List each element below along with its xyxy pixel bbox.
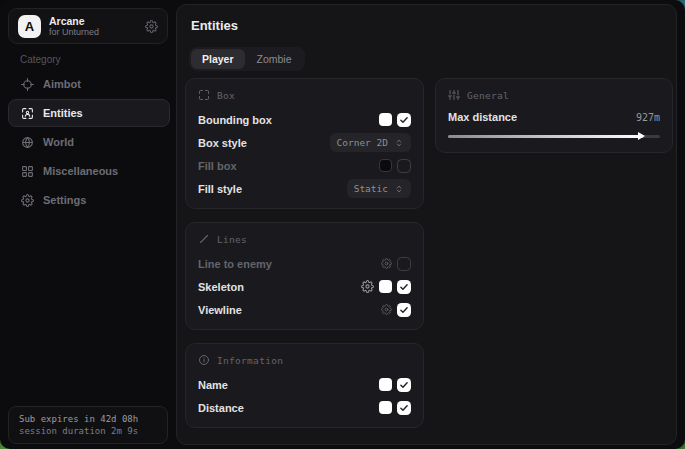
app-title: Arcane [49, 15, 99, 27]
sidebar-item-entities[interactable]: Entities [8, 99, 170, 127]
color-swatch[interactable] [379, 113, 392, 126]
row-label: Max distance [448, 111, 517, 123]
category-label: Category [20, 54, 61, 65]
row-skeleton: Skeleton [198, 275, 411, 298]
dropdown-value: Corner 2D [337, 137, 388, 148]
app-logo: A [18, 15, 41, 38]
sidebar-item-label: World [43, 136, 74, 148]
gear-icon[interactable] [381, 304, 392, 315]
row-label: Name [198, 379, 228, 391]
row-fill-style: Fill style Static [198, 177, 411, 200]
general-card: General Max distance 927m [435, 78, 673, 153]
checkbox-checked[interactable] [397, 303, 411, 317]
slider-fill [448, 135, 643, 138]
slider-thumb-arrow[interactable] [638, 132, 645, 140]
gear-icon[interactable] [381, 258, 392, 269]
sub-expiry-text: Sub expires in 42d 08h [19, 414, 157, 424]
checkbox-unchecked[interactable] [397, 159, 411, 173]
row-label: Bounding box [198, 114, 272, 126]
page-title: Entities [191, 18, 238, 33]
gear-icon[interactable] [361, 280, 374, 293]
sliders-icon [448, 89, 460, 101]
row-name: Name [198, 373, 411, 396]
checkbox-unchecked[interactable] [397, 257, 411, 271]
right-column: General Max distance 927m [435, 78, 673, 153]
desktop-background: A Arcane for Unturned Category Aimbot En… [0, 0, 685, 449]
entity-tabs: Player Zombie [189, 47, 305, 71]
row-box-style: Box style Corner 2D [198, 131, 411, 154]
gear-icon [21, 194, 34, 207]
box-corners-icon [198, 89, 210, 101]
subscription-footer: Sub expires in 42d 08h session duration … [8, 406, 168, 444]
section-title: Information [217, 355, 283, 366]
dropdown-value: Static [354, 183, 388, 194]
session-duration-text: session duration 2m 9s [19, 426, 157, 436]
brand-gear-icon[interactable] [145, 20, 158, 33]
color-swatch[interactable] [379, 159, 392, 172]
row-label: Fill box [198, 160, 237, 172]
row-bounding-box: Bounding box [198, 108, 411, 131]
app-subtitle: for Unturned [49, 27, 99, 37]
checkbox-checked[interactable] [397, 378, 411, 392]
left-column: Box Bounding box Box style Corne [185, 78, 424, 428]
checkbox-checked[interactable] [397, 280, 411, 294]
sidebar-nav: Aimbot Entities World Miscellaneous Sett… [8, 70, 170, 214]
sidebar-item-label: Miscellaneous [43, 165, 118, 177]
color-swatch[interactable] [379, 401, 392, 414]
crosshair-icon [21, 78, 34, 91]
checkbox-checked[interactable] [397, 401, 411, 415]
max-distance-slider[interactable] [448, 135, 660, 138]
row-label: Fill style [198, 183, 242, 195]
row-label: Skeleton [198, 281, 244, 293]
sidebar-item-settings[interactable]: Settings [8, 186, 170, 214]
row-label: Line to enemy [198, 258, 272, 270]
globe-icon [21, 136, 34, 149]
sidebar-item-label: Aimbot [43, 78, 81, 90]
color-swatch[interactable] [379, 280, 392, 293]
section-title: General [467, 90, 509, 101]
fill-style-dropdown[interactable]: Static [347, 179, 411, 198]
info-icon [198, 354, 210, 366]
brand-card: A Arcane for Unturned [8, 8, 168, 44]
row-distance: Distance [198, 396, 411, 419]
grid-icon [21, 165, 34, 178]
information-card: Information Name Distance [185, 343, 424, 428]
row-label: Viewline [198, 304, 242, 316]
row-line-to-enemy: Line to enemy [198, 252, 411, 275]
max-distance-value: 927m [636, 112, 660, 123]
section-title: Box [217, 90, 235, 101]
sidebar-item-label: Settings [43, 194, 86, 206]
row-fill-box: Fill box [198, 154, 411, 177]
sidebar-item-world[interactable]: World [8, 128, 170, 156]
row-viewline: Viewline [198, 298, 411, 321]
row-max-distance: Max distance 927m [448, 108, 660, 126]
sidebar-item-aimbot[interactable]: Aimbot [8, 70, 170, 98]
main-panel: Entities Player Zombie Box Bounding box [176, 4, 677, 445]
section-title: Lines [217, 234, 247, 245]
chevron-updown-icon [394, 138, 404, 148]
chevron-updown-icon [394, 184, 404, 194]
box-card: Box Bounding box Box style Corne [185, 78, 424, 209]
diagonal-line-icon [198, 233, 210, 245]
lines-card: Lines Line to enemy Skeleton [185, 222, 424, 330]
box-style-dropdown[interactable]: Corner 2D [330, 133, 411, 152]
row-label: Distance [198, 402, 244, 414]
tab-zombie[interactable]: Zombie [246, 49, 303, 69]
app-window: A Arcane for Unturned Category Aimbot En… [0, 0, 685, 449]
scan-person-icon [21, 107, 34, 120]
color-swatch[interactable] [379, 378, 392, 391]
tab-player[interactable]: Player [191, 49, 245, 69]
row-label: Box style [198, 137, 247, 149]
sidebar-item-miscellaneous[interactable]: Miscellaneous [8, 157, 170, 185]
sidebar-item-label: Entities [43, 107, 83, 119]
checkbox-checked[interactable] [397, 113, 411, 127]
